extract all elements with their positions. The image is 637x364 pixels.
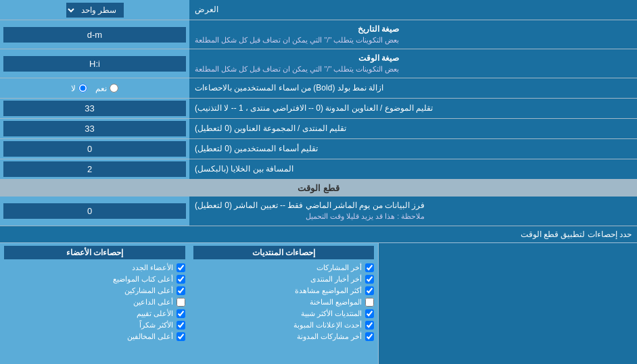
stats-item: الأكثر شكراً (4, 319, 185, 331)
username-order-input-cell (0, 139, 189, 159)
ard-label: العرض (189, 0, 637, 20)
stats-item: أخر المشاركات (193, 262, 374, 274)
forum-order-input[interactable] (3, 121, 186, 136)
stats-item: أحدث الإعلانات المبوبة (193, 319, 374, 331)
realtime-input[interactable] (3, 203, 186, 219)
topic-order-input-cell (0, 99, 189, 118)
dropdown-cell: سطر واحد سطران ثلاثة أسطر (0, 0, 189, 20)
stat-cb-11[interactable] (176, 263, 185, 272)
stat-cb-15[interactable] (176, 309, 185, 318)
time-format-row: صيغة الوقت بعض التكوينات يتطلب "/" التي … (0, 49, 637, 78)
stats-item: أعلى المشاركين (4, 285, 185, 296)
stats-item: الأعلى تقييم (4, 308, 185, 319)
stats-item: أعلى الداعين (4, 296, 185, 308)
time-format-label: صيغة الوقت بعض التكوينات يتطلب "/" التي … (189, 49, 637, 78)
stat-cb-2[interactable] (365, 275, 374, 284)
stat-cb-13[interactable] (176, 286, 185, 295)
stats-item: أخر أخبار المنتدى (193, 274, 374, 285)
spacing-row: المسافة بين الخلايا (بالبكسل) (0, 159, 637, 180)
stat-cb-17[interactable] (176, 332, 185, 341)
bold-no-radio[interactable] (78, 84, 87, 93)
bold-remove-label: ازالة نمط بولد (Bold) من اسماء المستخدمي… (189, 78, 637, 98)
date-format-input-cell (0, 20, 189, 49)
spacing-input[interactable] (3, 161, 186, 177)
bold-no-label[interactable]: لا (71, 84, 87, 93)
stats-item: أخر مشاركات المدونة (193, 331, 374, 342)
stats-item: أعلى كتاب المواضيع (4, 274, 185, 285)
stats-col2: إحصاءات الأعضاء الأعضاء الجدد أعلى كتاب … (0, 243, 189, 364)
stats-title-row: حدد إحصاءات لتطبيق قطع الوقت (0, 226, 637, 242)
stats-col1-header: إحصاءات المنتديات (193, 246, 374, 259)
stat-cb-14[interactable] (176, 298, 185, 307)
realtime-row: فرز البيانات من يوم الماشر الماضي فقط --… (0, 197, 637, 226)
stats-item: المنتديات الأكثر شبية (193, 308, 374, 319)
satr-dropdown[interactable]: سطر واحد سطران ثلاثة أسطر (66, 3, 124, 18)
stat-cb-6[interactable] (365, 321, 374, 330)
spacing-label: المسافة بين الخلايا (بالبكسل) (189, 159, 637, 179)
stat-cb-4[interactable] (365, 298, 374, 307)
spacing-input-cell (0, 159, 189, 179)
forum-order-input-cell (0, 119, 189, 138)
stat-cb-7[interactable] (365, 332, 374, 341)
stats-outer: حدد إحصاءات لتطبيق قطع الوقت إحصاءات الم… (0, 226, 637, 364)
username-order-input[interactable] (3, 141, 186, 157)
time-format-input[interactable] (3, 56, 186, 72)
date-format-label: صيغة التاريخ بعض التكوينات يتطلب "/" الت… (189, 20, 637, 49)
topic-order-label: تقليم الموضوع / العناوين المدونة (0 -- ا… (189, 99, 637, 118)
stats-item: الأعضاء الجدد (4, 262, 185, 274)
time-format-input-cell (0, 49, 189, 78)
bold-remove-radio-cell: نعم لا (0, 78, 189, 98)
realtime-input-cell (0, 197, 189, 225)
stats-col2-header: إحصاءات الأعضاء (4, 246, 185, 259)
stat-cb-3[interactable] (365, 286, 374, 295)
stats-columns: إحصاءات المنتديات أخر المشاركات أخر أخبا… (0, 242, 637, 364)
stat-cb-5[interactable] (365, 309, 374, 318)
username-order-label: تقليم أسماء المستخدمين (0 لتعطيل) (189, 139, 637, 159)
ard-row: العرض سطر واحد سطران ثلاثة أسطر (0, 0, 637, 20)
bold-yes-label[interactable]: نعم (95, 84, 118, 93)
stat-cb-16[interactable] (176, 321, 185, 330)
stats-col1: إحصاءات المنتديات أخر المشاركات أخر أخبا… (189, 243, 379, 364)
forum-order-label: تقليم المنتدى / المجموعة العناوين (0 لتع… (189, 119, 637, 138)
stat-cb-1[interactable] (365, 263, 374, 272)
username-order-row: تقليم أسماء المستخدمين (0 لتعطيل) (0, 139, 637, 159)
date-format-row: صيغة التاريخ بعض التكوينات يتطلب "/" الت… (0, 20, 637, 49)
forum-order-row: تقليم المنتدى / المجموعة العناوين (0 لتع… (0, 119, 637, 139)
stats-item: أعلى المخالفين (4, 331, 185, 342)
stats-item: أكثر المواضيع مشاهدة (193, 285, 374, 296)
bold-remove-row: ازالة نمط بولد (Bold) من اسماء المستخدمي… (0, 78, 637, 99)
stats-item: المواضيع الساخنة (193, 296, 374, 308)
stats-empty-col (379, 243, 637, 364)
stats-title-label: حدد إحصاءات لتطبيق قطع الوقت (0, 226, 637, 242)
realtime-section-header: قطع الوقت (0, 180, 637, 197)
date-format-input[interactable] (3, 27, 186, 43)
topic-order-row: تقليم الموضوع / العناوين المدونة (0 -- ا… (0, 99, 637, 119)
stat-cb-12[interactable] (176, 275, 185, 284)
topic-order-input[interactable] (3, 101, 186, 116)
realtime-label: فرز البيانات من يوم الماشر الماضي فقط --… (189, 197, 637, 225)
bold-yes-radio[interactable] (110, 84, 118, 93)
main-container: العرض سطر واحد سطران ثلاثة أسطر صيغة الت… (0, 0, 637, 364)
